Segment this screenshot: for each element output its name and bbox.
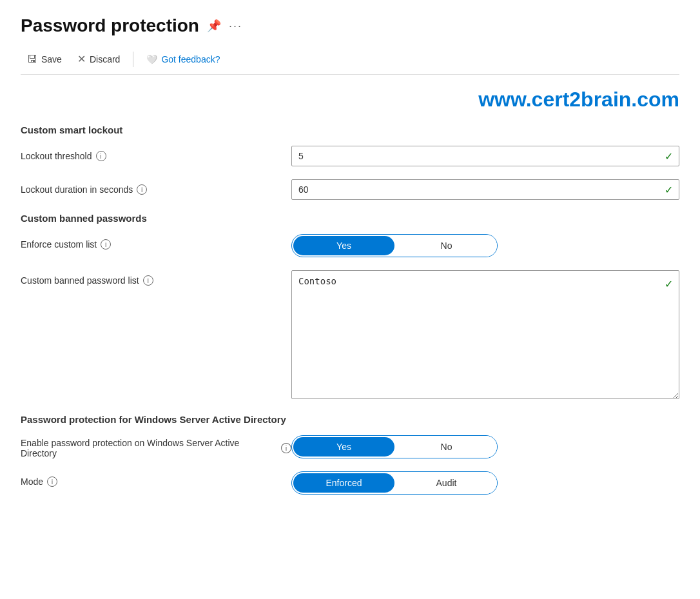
lockout-threshold-control: ✓ — [291, 146, 679, 166]
lockout-duration-row: Lockout duration in seconds i ✓ — [21, 179, 679, 200]
title-row: Password protection 📌 ··· — [21, 15, 679, 36]
enable-protection-toggle[interactable]: Yes No — [291, 435, 498, 458]
mode-toggle[interactable]: Enforced Audit — [291, 471, 498, 495]
custom-banned-passwords-header: Custom banned passwords — [21, 213, 679, 224]
lockout-threshold-row: Lockout threshold i ✓ — [21, 146, 679, 166]
lockout-duration-control: ✓ — [291, 179, 679, 200]
lockout-duration-input-wrapper: ✓ — [291, 179, 679, 200]
custom-banned-password-list-label: Custom banned password list i — [21, 270, 291, 286]
discard-label: Discard — [90, 54, 120, 64]
page-title: Password protection — [21, 15, 199, 36]
discard-icon: ✕ — [77, 53, 86, 65]
enforce-custom-list-yes-option[interactable]: Yes — [293, 236, 394, 255]
save-icon: 🖫 — [27, 54, 37, 65]
page-container: Password protection 📌 ··· 🖫 Save ✕ Disca… — [0, 0, 700, 599]
feedback-button[interactable]: 🤍 Got feedback? — [140, 50, 226, 68]
custom-banned-password-list-info-icon[interactable]: i — [143, 275, 153, 286]
password-protection-windows-header: Password protection for Windows Server A… — [21, 414, 679, 425]
lockout-duration-info-icon[interactable]: i — [137, 184, 147, 195]
enforce-custom-list-label: Enforce custom list i — [21, 234, 291, 250]
mode-enforced-option[interactable]: Enforced — [293, 473, 394, 493]
lockout-threshold-input[interactable] — [291, 146, 679, 166]
enable-protection-label: Enable password protection on Windows Se… — [21, 435, 291, 458]
mode-label: Mode i — [21, 471, 291, 487]
toolbar: 🖫 Save ✕ Discard 🤍 Got feedback? — [21, 44, 679, 75]
custom-banned-password-list-row: Custom banned password list i Contoso ✓ — [21, 270, 679, 401]
mode-control: Enforced Audit — [291, 471, 679, 495]
lockout-duration-check-icon: ✓ — [665, 184, 673, 196]
enable-protection-control: Yes No — [291, 435, 679, 458]
lockout-threshold-info-icon[interactable]: i — [96, 151, 106, 161]
pin-icon[interactable]: 📌 — [207, 19, 221, 33]
feedback-label: Got feedback? — [161, 54, 220, 64]
more-options-icon[interactable]: ··· — [229, 19, 242, 33]
enforce-custom-list-info-icon[interactable]: i — [101, 239, 111, 250]
custom-smart-lockout-header: Custom smart lockout — [21, 124, 679, 135]
watermark: www.cert2brain.com — [21, 88, 679, 112]
lockout-duration-label: Lockout duration in seconds i — [21, 179, 291, 195]
lockout-threshold-input-wrapper: ✓ — [291, 146, 679, 166]
save-label: Save — [41, 54, 62, 64]
mode-row: Mode i Enforced Audit — [21, 471, 679, 495]
enable-protection-info-icon[interactable]: i — [281, 443, 291, 453]
custom-banned-password-list-control: Contoso ✓ — [291, 270, 679, 401]
lockout-threshold-label: Lockout threshold i — [21, 146, 291, 161]
custom-banned-password-list-wrapper: Contoso ✓ — [291, 270, 679, 401]
toolbar-divider — [133, 52, 133, 67]
discard-button[interactable]: ✕ Discard — [71, 49, 126, 69]
custom-banned-password-list-textarea[interactable]: Contoso — [291, 270, 679, 399]
mode-audit-option[interactable]: Audit — [396, 472, 497, 494]
save-button[interactable]: 🖫 Save — [21, 50, 68, 69]
custom-banned-password-list-check-icon: ✓ — [665, 278, 673, 290]
enable-protection-no-option[interactable]: No — [396, 436, 497, 458]
enforce-custom-list-no-option[interactable]: No — [396, 235, 497, 257]
enable-protection-yes-option[interactable]: Yes — [293, 437, 394, 457]
lockout-threshold-check-icon: ✓ — [665, 150, 673, 162]
enable-protection-row: Enable password protection on Windows Se… — [21, 435, 679, 458]
enforce-custom-list-row: Enforce custom list i Yes No — [21, 234, 679, 257]
heart-icon: 🤍 — [146, 54, 157, 64]
lockout-duration-input[interactable] — [291, 179, 679, 200]
enforce-custom-list-toggle[interactable]: Yes No — [291, 234, 498, 257]
mode-info-icon[interactable]: i — [47, 476, 57, 487]
enforce-custom-list-control: Yes No — [291, 234, 679, 257]
